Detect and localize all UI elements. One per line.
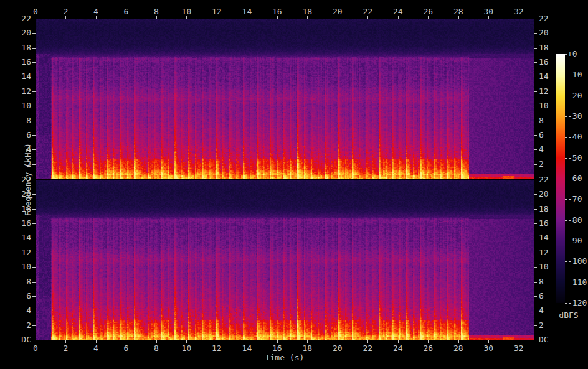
freq-tick-left bbox=[32, 223, 36, 224]
freq-tick-label-right: 22 bbox=[539, 14, 549, 22]
freq-tick-right bbox=[534, 62, 537, 63]
freq-tick-left bbox=[32, 121, 36, 121]
colorbar-tick-label: -70 bbox=[567, 195, 582, 203]
freq-tick-right bbox=[534, 135, 537, 136]
freq-tick-right bbox=[534, 121, 537, 121]
freq-tick-label-right: 22 bbox=[539, 175, 549, 184]
colorbar-tick-label: -110 bbox=[567, 278, 587, 286]
freq-tick-left bbox=[32, 106, 36, 106]
time-axis-bottom-tick-label: 8 bbox=[141, 344, 171, 352]
time-axis-top-tick-label: 8 bbox=[141, 7, 171, 16]
freq-tick-right bbox=[534, 164, 537, 165]
time-axis-top-tick bbox=[277, 16, 278, 19]
freq-tick-label-right: 10 bbox=[539, 101, 549, 110]
freq-tick-left bbox=[32, 62, 36, 63]
freq-tick-label-left: 6 bbox=[10, 292, 31, 300]
colorbar-tick-label: -100 bbox=[567, 257, 587, 265]
freq-tick-label-left: 2 bbox=[10, 160, 31, 168]
freq-tick-label-right: 6 bbox=[539, 131, 544, 139]
freq-tick-label-left: 18 bbox=[10, 205, 31, 213]
freq-tick-left bbox=[32, 282, 36, 283]
time-axis-bottom-tick-label: 2 bbox=[50, 344, 80, 352]
time-axis-bottom-tick bbox=[96, 340, 97, 343]
time-axis-bottom-tick-label: 28 bbox=[443, 344, 473, 352]
freq-tick-right bbox=[534, 296, 537, 297]
time-axis-top-tick bbox=[398, 16, 399, 19]
freq-tick-label-right: 18 bbox=[539, 44, 549, 52]
time-axis-top-tick-label: 26 bbox=[413, 7, 443, 16]
time-axis-top-tick bbox=[307, 16, 308, 19]
freq-tick-left bbox=[32, 149, 36, 150]
time-axis-bottom-tick bbox=[398, 340, 399, 343]
freq-tick-label-left: 14 bbox=[10, 72, 31, 80]
time-axis-top-tick-label: 22 bbox=[353, 7, 382, 16]
freq-tick-label-left: 8 bbox=[10, 278, 31, 286]
freq-tick-right bbox=[534, 209, 537, 210]
time-axis-bottom-tick-label: 26 bbox=[413, 344, 443, 352]
freq-tick-label-left: 20 bbox=[10, 190, 31, 198]
time-axis-bottom-tick bbox=[338, 340, 338, 343]
time-axis-top-tick bbox=[488, 16, 489, 19]
freq-tick-right bbox=[534, 325, 537, 326]
colorbar-tick-label: -90 bbox=[567, 236, 582, 245]
freq-tick-left bbox=[32, 267, 36, 268]
freq-tick-left bbox=[32, 164, 36, 165]
freq-tick-label-left: 22 bbox=[10, 14, 31, 22]
freq-tick-label-right: 8 bbox=[539, 116, 544, 124]
time-axis-bottom-tick bbox=[186, 340, 187, 343]
time-axis-bottom-tick-label: 22 bbox=[353, 344, 382, 352]
time-axis-top-tick bbox=[247, 16, 247, 19]
freq-tick-label-right: 12 bbox=[539, 87, 549, 95]
freq-tick-label-right: 14 bbox=[539, 233, 549, 241]
freq-tick-label-right: 12 bbox=[539, 248, 549, 256]
freq-tick-label-right: 18 bbox=[539, 205, 549, 213]
freq-tick-left bbox=[32, 238, 36, 238]
time-axis-bottom-tick bbox=[36, 340, 36, 343]
freq-tick-label-left: 4 bbox=[10, 306, 31, 314]
freq-tick-right bbox=[534, 48, 537, 49]
time-axis-title: Time (s) bbox=[222, 353, 347, 362]
freq-tick-label-left: 10 bbox=[10, 101, 31, 110]
time-axis-bottom-tick bbox=[277, 340, 278, 343]
time-axis-bottom-tick bbox=[247, 340, 247, 343]
time-axis-top-tick bbox=[368, 16, 368, 19]
time-axis-top-tick-label: 4 bbox=[81, 7, 111, 16]
freq-tick-right bbox=[534, 33, 537, 34]
time-axis-bottom-tick bbox=[307, 340, 308, 343]
freq-tick-label-right: 20 bbox=[539, 29, 549, 37]
freq-tick-label-right: 10 bbox=[539, 263, 549, 271]
freq-tick-label-left: 4 bbox=[10, 145, 31, 153]
freq-tick-left bbox=[32, 48, 36, 49]
freq-tick-label-right: 8 bbox=[539, 278, 544, 286]
time-axis-top-tick-label: 16 bbox=[262, 7, 292, 16]
freq-tick-label-left: 22 bbox=[10, 175, 31, 184]
time-axis-bottom-tick bbox=[156, 340, 157, 343]
time-axis-bottom-tick-label: 14 bbox=[232, 344, 262, 352]
freq-tick-right bbox=[534, 311, 537, 311]
freq-tick-label-right: 14 bbox=[539, 72, 549, 80]
freq-tick-left bbox=[32, 325, 36, 326]
time-axis-top-tick bbox=[36, 16, 36, 19]
time-axis-bottom-tick bbox=[368, 340, 368, 343]
colorbar-tick-label: -60 bbox=[567, 174, 582, 182]
freq-tick-left bbox=[32, 311, 36, 311]
freq-tick-left bbox=[32, 180, 36, 180]
time-axis-top-tick-label: 20 bbox=[323, 7, 353, 16]
time-axis-top-tick-label: 30 bbox=[473, 7, 503, 16]
freq-tick-right bbox=[534, 180, 537, 180]
freq-tick-label-right: 2 bbox=[539, 321, 544, 329]
time-axis-top-tick-label: 12 bbox=[202, 7, 232, 16]
time-axis-bottom-tick-label: 12 bbox=[202, 344, 232, 352]
spectrogram-canvas-channel-1 bbox=[36, 19, 534, 179]
time-axis-bottom-tick-label: 16 bbox=[262, 344, 292, 352]
freq-tick-label-left: 14 bbox=[10, 233, 31, 241]
freq-tick-right bbox=[534, 238, 537, 238]
time-axis-top-tick bbox=[519, 16, 519, 19]
colorbar-tick-label: -50 bbox=[567, 154, 582, 162]
freq-tick-left bbox=[32, 296, 36, 297]
time-axis-bottom-tick-label: 4 bbox=[81, 344, 111, 352]
time-axis-top-tick bbox=[96, 16, 97, 19]
freq-tick-label-left: 20 bbox=[10, 29, 31, 37]
freq-tick-label-right: DC bbox=[539, 335, 549, 343]
colorbar-tick-label: -20 bbox=[567, 91, 582, 100]
